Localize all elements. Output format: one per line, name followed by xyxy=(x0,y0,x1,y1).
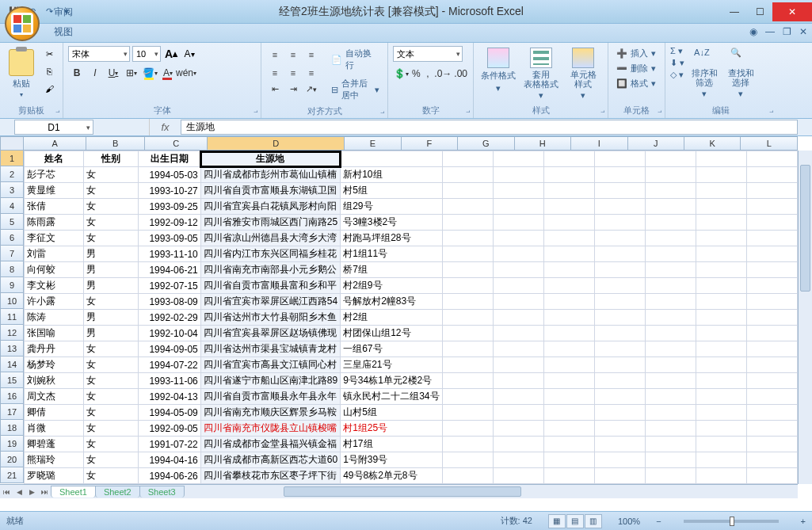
format-table-button[interactable]: 套用 表格格式▾ xyxy=(521,46,561,101)
cell-K13[interactable] xyxy=(696,341,746,357)
col-header-L[interactable]: L xyxy=(741,136,797,151)
cell-A10[interactable]: 许小露 xyxy=(25,294,84,310)
cell-D14[interactable]: 四川省宜宾市高县文江镇同心村 xyxy=(200,357,340,373)
cell-A8[interactable]: 向何蛟 xyxy=(25,262,84,278)
cell-K18[interactable] xyxy=(696,421,746,437)
phonetic-button[interactable]: wén▾ xyxy=(177,64,195,82)
cell-H7[interactable] xyxy=(543,246,594,262)
cell-J13[interactable] xyxy=(645,341,696,357)
cell-K12[interactable] xyxy=(696,326,746,341)
cell-F2[interactable] xyxy=(442,167,493,183)
formula-bar[interactable]: 生源地 xyxy=(181,120,798,135)
col-header-K[interactable]: K xyxy=(684,136,741,151)
cell-B5[interactable]: 女 xyxy=(84,215,139,231)
cell-G20[interactable] xyxy=(493,452,543,468)
cell-L16[interactable] xyxy=(746,389,797,405)
cell-C1[interactable]: 出生日期 xyxy=(139,151,201,167)
cell-A13[interactable]: 龚丹丹 xyxy=(25,341,84,357)
cell-J1[interactable] xyxy=(645,151,696,167)
cell-I6[interactable] xyxy=(594,231,645,246)
cell-E11[interactable]: 村2组 xyxy=(341,310,442,326)
cell-D15[interactable]: 四川省遂宁市船山区南津北路89 xyxy=(200,373,340,389)
cell-L15[interactable] xyxy=(746,373,797,389)
cell-K9[interactable] xyxy=(696,278,746,294)
cell-G8[interactable] xyxy=(493,262,543,278)
cell-E14[interactable]: 三皇庙21号 xyxy=(341,357,442,373)
cell-G12[interactable] xyxy=(493,326,543,341)
cell-A18[interactable]: 肖微 xyxy=(25,421,84,437)
cell-D12[interactable]: 四川省宜宾县翠屏区赵场镇佛现 xyxy=(200,326,340,341)
cell-C9[interactable]: 1992-07-15 xyxy=(139,278,201,294)
cell-L1[interactable] xyxy=(746,151,797,167)
cell-B11[interactable]: 男 xyxy=(84,310,139,326)
bold-button[interactable]: B xyxy=(68,64,86,82)
cell-G5[interactable] xyxy=(493,215,543,231)
cell-D10[interactable]: 四川省宜宾市翠屏区岷江西路54 xyxy=(200,294,340,310)
cell-J18[interactable] xyxy=(645,421,696,437)
cell-E4[interactable]: 组29号 xyxy=(341,199,442,215)
cell-A20[interactable]: 熊瑞玲 xyxy=(25,452,84,468)
cell-I11[interactable] xyxy=(594,310,645,326)
cell-C14[interactable]: 1994-07-22 xyxy=(139,357,201,373)
row-header-20[interactable]: 20 xyxy=(0,452,24,467)
cell-L6[interactable] xyxy=(746,231,797,246)
cell-C18[interactable]: 1992-09-05 xyxy=(139,421,201,437)
comma-format-icon[interactable]: , xyxy=(423,65,433,82)
row-header-21[interactable]: 21 xyxy=(0,467,24,483)
zoom-level[interactable]: 100% xyxy=(618,517,640,526)
cell-K16[interactable] xyxy=(696,389,746,405)
cell-A21[interactable]: 罗晓璐 xyxy=(25,468,84,484)
autosum-icon[interactable]: Σ ▾ xyxy=(670,46,684,56)
cell-D21[interactable]: 四川省攀枝花市东区枣子坪下街 xyxy=(200,468,340,484)
cell-I2[interactable] xyxy=(594,167,645,183)
cell-H6[interactable] xyxy=(543,231,594,246)
increase-indent-icon[interactable]: ⇥ xyxy=(284,83,302,95)
cell-A3[interactable]: 黄显维 xyxy=(25,183,84,199)
cell-J3[interactable] xyxy=(645,183,696,199)
cell-B6[interactable]: 女 xyxy=(84,231,139,246)
fill-icon[interactable]: ⬇ ▾ xyxy=(670,58,684,68)
cell-B12[interactable]: 男 xyxy=(84,326,139,341)
cell-C2[interactable]: 1994-05-03 xyxy=(139,167,201,183)
cell-A19[interactable]: 卿碧蓬 xyxy=(25,437,84,452)
cell-G14[interactable] xyxy=(493,357,543,373)
close-workbook-icon[interactable]: ✕ xyxy=(799,26,807,37)
cell-B10[interactable]: 女 xyxy=(84,294,139,310)
horizontal-scrollbar[interactable] xyxy=(269,484,798,498)
col-header-A[interactable]: A xyxy=(24,136,86,151)
minimize-button[interactable]: — xyxy=(722,2,747,21)
cell-A11[interactable]: 陈涛 xyxy=(25,310,84,326)
prev-sheet-icon[interactable]: ◀ xyxy=(13,486,25,498)
page-layout-view-icon[interactable]: ▤ xyxy=(566,514,584,528)
cell-D9[interactable]: 四川省自贡市富顺县富和乡和平 xyxy=(200,278,340,294)
row-header-18[interactable]: 18 xyxy=(0,420,24,436)
cell-E18[interactable]: 村1组25号 xyxy=(341,421,442,437)
cell-K10[interactable] xyxy=(696,294,746,310)
cell-F6[interactable] xyxy=(442,231,493,246)
cell-D16[interactable]: 四川省自贡市富顺县永年县永年 xyxy=(200,389,340,405)
cell-G17[interactable] xyxy=(493,405,543,421)
row-header-8[interactable]: 8 xyxy=(0,261,24,277)
cell-K7[interactable] xyxy=(696,246,746,262)
cell-G19[interactable] xyxy=(493,437,543,452)
cell-D1[interactable]: 生源地 xyxy=(200,151,340,167)
paste-button[interactable]: 粘贴 ▾ xyxy=(5,46,37,98)
cell-A16[interactable]: 周文杰 xyxy=(25,389,84,405)
col-header-G[interactable]: G xyxy=(458,136,514,151)
cell-A7[interactable]: 刘雷 xyxy=(25,246,84,262)
cell-J4[interactable] xyxy=(645,199,696,215)
cell-B21[interactable]: 女 xyxy=(84,468,139,484)
vertical-scrollbar[interactable] xyxy=(798,151,812,484)
cell-I9[interactable] xyxy=(594,278,645,294)
cell-I4[interactable] xyxy=(594,199,645,215)
align-left-icon[interactable]: ≡ xyxy=(266,64,284,82)
last-sheet-icon[interactable]: ⏭ xyxy=(38,486,51,498)
cell-K17[interactable] xyxy=(696,405,746,421)
cell-F11[interactable] xyxy=(442,310,493,326)
cell-D4[interactable]: 四川省宜宾县白花镇凤形村向阳 xyxy=(200,199,340,215)
cell-G6[interactable] xyxy=(493,231,543,246)
cell-C19[interactable]: 1991-07-22 xyxy=(139,437,201,452)
wrap-text-button[interactable]: 📄自动换行 xyxy=(328,46,383,73)
cell-E21[interactable]: 49号8栋2单元8号 xyxy=(341,468,442,484)
cell-L17[interactable] xyxy=(746,405,797,421)
